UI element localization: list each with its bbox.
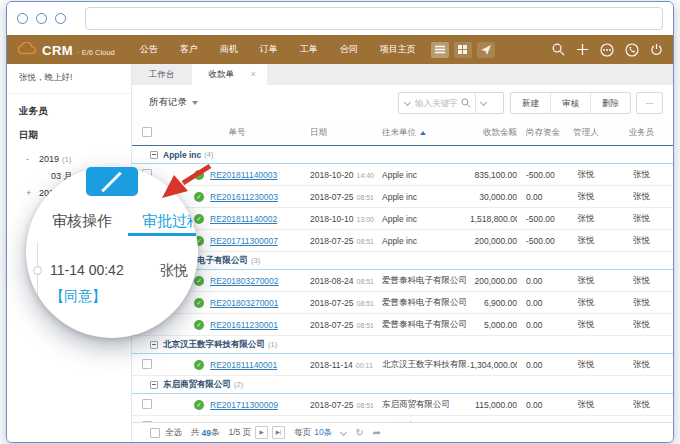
grid-view-button[interactable] (454, 42, 472, 58)
search-icon[interactable] (461, 98, 471, 108)
select-all-checkbox[interactable] (142, 127, 152, 137)
more-circle-icon[interactable] (600, 43, 614, 57)
column-header-amount[interactable]: 收款金额 (470, 127, 517, 139)
document-number-link[interactable]: RE201803270002 (210, 276, 279, 286)
sidebar-section-date[interactable]: 日期 (7, 118, 131, 142)
manager-value: 张悦 (562, 235, 610, 247)
window-control-icon[interactable] (36, 13, 47, 24)
approved-status-icon (194, 360, 204, 370)
forward-icon[interactable]: ➦ (373, 428, 381, 438)
nav-item-opportunity[interactable]: 商机 (209, 35, 249, 64)
salesperson-value: 张悦 (610, 297, 673, 309)
tab-workbench[interactable]: 工作台 (132, 64, 192, 85)
filter-label: 所有记录 (149, 96, 187, 109)
column-header-date[interactable]: 日期 (302, 127, 382, 139)
collapse-toggle-icon[interactable]: - (26, 151, 29, 167)
toolbar: 所有记录 新建 审核 删除 (132, 85, 673, 120)
action-button-group: 新建 审核 删除 (510, 92, 631, 114)
search-options-toggle[interactable] (476, 100, 491, 105)
group-row[interactable]: 爱普泰科电子有限公司(3) (132, 252, 673, 270)
table-row: RE2017113000072018-07-2508:51Apple inc20… (132, 230, 673, 252)
document-number-link[interactable]: RE201811140002 (210, 214, 277, 224)
audit-button[interactable]: 审核 (550, 93, 590, 113)
date-value: 2018-07-25 (310, 298, 353, 308)
app-header: CRM · E/6 Cloud 公告 客户 商机 订单 工单 合同 项目主页 (7, 35, 673, 64)
date-value: 2018-08-24 (310, 276, 353, 286)
column-header-unit[interactable]: 往来单位 (382, 127, 470, 139)
app-logo[interactable]: CRM · E/6 Cloud (17, 42, 115, 58)
fund-value: 0.00 (517, 320, 562, 330)
timeline-node-icon (33, 266, 42, 275)
brand-suffix: · E/6 Cloud (77, 48, 115, 57)
column-header-sales[interactable]: 业务员 (610, 127, 673, 139)
cloud-icon (17, 42, 37, 55)
time-value: 08:51 (356, 278, 374, 285)
document-number-link[interactable]: RE201811140003 (210, 170, 277, 180)
document-number-link[interactable]: RE201803270001 (210, 298, 279, 308)
amount-value: 30,000.00 (470, 192, 517, 202)
group-row[interactable]: 东启商贸有限公司(2) (132, 376, 673, 394)
new-button[interactable]: 新建 (511, 93, 550, 113)
nav-item-project-home[interactable]: 项目主页 (369, 35, 427, 64)
sidebar-section-salesperson[interactable]: 业务员 (7, 94, 131, 118)
nav-item-customer[interactable]: 客户 (169, 35, 209, 64)
search-box (398, 92, 504, 114)
row-checkbox[interactable] (142, 359, 152, 369)
phone-icon[interactable] (625, 43, 639, 57)
plus-icon[interactable] (576, 43, 589, 56)
tab-label: 工作台 (149, 64, 175, 85)
time-value: 13:00 (356, 216, 374, 223)
total-suffix: 条 (211, 427, 220, 439)
delete-button[interactable]: 删除 (590, 93, 630, 113)
document-number-link[interactable]: RE201611230001 (210, 320, 278, 330)
power-icon[interactable] (650, 43, 663, 56)
search-icon[interactable] (552, 43, 565, 56)
collapse-icon[interactable] (150, 381, 158, 389)
column-header-number[interactable]: 单号 (172, 127, 302, 139)
document-number-link[interactable]: RE201711300009 (210, 400, 278, 410)
counterparty-value: 爱普泰科电子有限公司 (382, 297, 470, 309)
manager-value: 张悦 (562, 359, 610, 371)
group-count: (1) (268, 340, 277, 349)
send-view-button[interactable] (477, 42, 495, 58)
date-value: 2018-07-25 (310, 236, 353, 246)
fund-value: -500.00 (517, 236, 562, 246)
record-filter-dropdown[interactable]: 所有记录 (149, 96, 198, 109)
chevron-down-icon[interactable] (340, 429, 347, 436)
select-all-label[interactable]: 全选 (165, 427, 182, 439)
group-count: (2) (234, 380, 243, 389)
address-bar[interactable] (85, 7, 663, 30)
nav-item-order[interactable]: 订单 (249, 35, 289, 64)
table-row: RE2018032700022018-08-2408:51爱普泰科电子有限公司2… (132, 270, 673, 292)
more-actions-button[interactable]: ... (636, 92, 663, 114)
tab-receipts[interactable]: 收款单 (192, 64, 268, 85)
nav-item-contract[interactable]: 合同 (329, 35, 369, 64)
expand-toggle-icon[interactable]: + (26, 185, 31, 201)
lens-tab-approval-process[interactable]: 审批过程 (142, 212, 198, 231)
column-header-fund[interactable]: 尚存资金 (517, 127, 562, 139)
document-number-link[interactable]: RE201611230003 (210, 192, 278, 202)
date-value: 2018-10-20 (310, 170, 353, 180)
page-indicator: 1/5 页 (228, 427, 251, 439)
close-icon[interactable] (249, 64, 258, 85)
window-control-icon[interactable] (17, 13, 28, 24)
refresh-icon[interactable]: ↻ (355, 428, 363, 438)
select-all-checkbox[interactable] (150, 428, 160, 438)
collapse-icon[interactable] (150, 341, 158, 349)
group-row[interactable]: 北京汉王数字科技有限公司(1) (132, 336, 673, 354)
window-control-icon[interactable] (55, 13, 66, 24)
approved-status-icon (194, 276, 204, 286)
list-view-button[interactable] (431, 42, 449, 58)
column-header-manager[interactable]: 管理人 (562, 127, 610, 139)
per-page-value[interactable]: 10条 (314, 427, 332, 439)
chevron-down-icon[interactable] (404, 99, 411, 106)
next-page-button[interactable]: ▶ (255, 426, 268, 439)
nav-item-workorder[interactable]: 工单 (289, 35, 329, 64)
document-number-link[interactable]: RE201711300007 (210, 236, 278, 246)
last-page-button[interactable]: ▶| (272, 426, 285, 439)
lens-tab-audit-operation[interactable]: 审核操作 (52, 212, 112, 231)
document-number-link[interactable]: RE201811140001 (210, 360, 277, 370)
nav-item-announcement[interactable]: 公告 (129, 35, 169, 64)
search-input[interactable] (415, 98, 461, 108)
row-checkbox[interactable] (142, 399, 152, 409)
